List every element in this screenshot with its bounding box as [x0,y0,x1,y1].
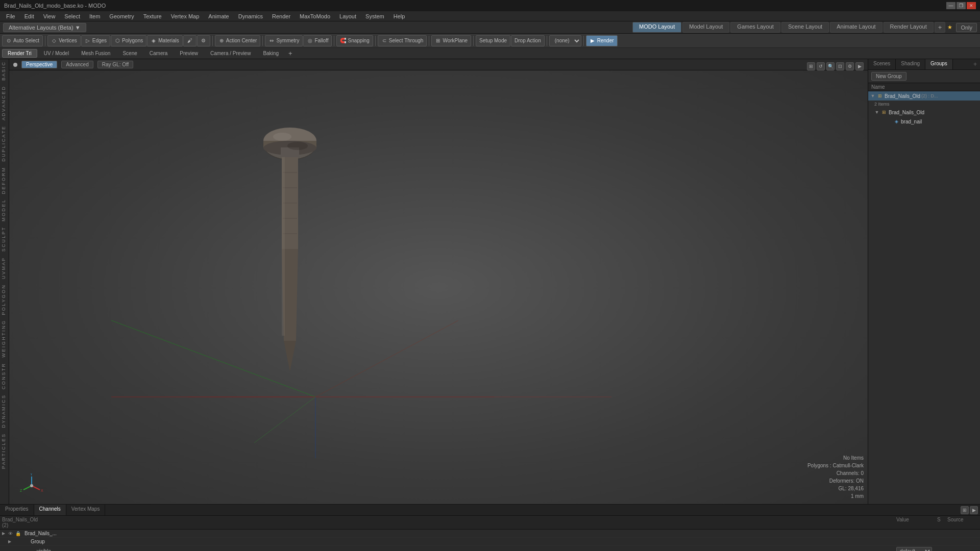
render-label: Render [597,38,614,43]
sidebar-label-advanced[interactable]: A D V A N C E D [0,84,9,123]
tab-groups[interactable]: Groups [925,59,953,69]
bp-tab-properties[interactable]: Properties [0,505,34,515]
bp-col-header: Brad_Nails_Old (2) Value S Source [0,516,980,530]
restore-button[interactable]: ❐ [957,2,966,9]
sidebar-label-polygon[interactable]: P O L Y G O N [0,282,9,318]
close-button[interactable]: ✕ [967,2,976,9]
bp-row-visible[interactable]: — — — visible default [0,546,980,551]
select-through-button[interactable]: ⊂ Select Through [378,35,427,46]
menu-item-item[interactable]: Item [85,12,104,20]
tree-item-mesh[interactable]: ◈ brad_nail [868,117,980,126]
tab-games-layout[interactable]: Games Layout [730,22,780,33]
vp-maximize-button[interactable]: ⊞ [807,62,815,70]
advanced-button[interactable]: Advanced [61,61,93,68]
tab-scenes[interactable]: Scenes [868,59,896,69]
vp-settings-button[interactable]: ⚙ [846,62,854,70]
render-button[interactable]: ▶ Render [586,35,618,46]
vertices-button[interactable]: ◇ Vertices [47,35,81,46]
paint2-button[interactable]: ⚙ [197,35,210,46]
sidebar-label-basic[interactable]: B A S I C [0,59,9,84]
bp-row-1[interactable]: ▶ 👁 🔒 Brad_Nails_... [0,530,980,538]
sidebar-label-uvmap[interactable]: U V M A P [0,255,9,282]
bp-tab-vertexmaps[interactable]: Vertex Maps [66,505,106,515]
tree-item-root[interactable]: ▼ ⊞ Brad_Nails_Old (2) : D... [868,91,980,101]
bp-tab-channels[interactable]: Channels [34,505,66,515]
menu-item-dynamics[interactable]: Dynamics [234,12,267,20]
menu-item-maxtomodo[interactable]: MaxToModo [296,12,334,20]
tab-modo-layout[interactable]: MODO Layout [632,22,681,33]
menu-item-edit[interactable]: Edit [20,12,38,20]
materials-button[interactable]: ◈ Materials [147,35,183,46]
sidebar-label-constraints[interactable]: C O N S T R [0,361,9,392]
sidebar-label-dynamics[interactable]: D Y N A M I C S [0,392,9,431]
menu-item-render[interactable]: Render [268,12,295,20]
menu-item-select[interactable]: Select [60,12,84,20]
vp-more-button[interactable]: ▶ [855,62,864,70]
viewport-canvas[interactable]: No Items Polygons : Catmull-Clark Channe… [9,70,868,504]
symmetry-button[interactable]: ⇔ Symmetry [265,35,303,46]
viewport[interactable]: Perspective Advanced Ray GL: Off ⊞ ↺ 🔍 ⊡… [9,59,868,504]
edges-icon: ▷ [85,38,91,44]
menu-item-geometry[interactable]: Geometry [105,12,138,20]
vp-zoom-button[interactable]: 🔍 [826,62,835,70]
menu-item-system[interactable]: System [361,12,388,20]
subtab-mesh-fusion[interactable]: Mesh Fusion [76,49,116,58]
add-subtab-button[interactable]: + [285,48,296,58]
add-layout-button[interactable]: + [935,22,946,33]
subtab-preview[interactable]: Preview [174,49,204,58]
subtab-camera-preview[interactable]: Camera / Preview [205,49,256,58]
tab-shading[interactable]: Shading [896,59,925,69]
toolbar-dropdown[interactable]: (none) [549,35,581,46]
vp-refresh-button[interactable]: ↺ [817,62,825,70]
subtab-scene[interactable]: Scene [117,49,142,58]
polygons-button[interactable]: ⬡ Polygons [111,35,146,46]
falloff-button[interactable]: ◎ Falloff [303,35,332,46]
ray-gl-button[interactable]: Ray GL: Off [97,61,134,68]
only-button[interactable]: Only [956,23,977,32]
tree-label-root: Brad_Nails_Old [885,93,920,99]
menu-item-layout[interactable]: Layout [335,12,360,20]
sidebar-label-particles[interactable]: P A R T I C L E S [0,431,9,472]
sidebar-label-model[interactable]: M O D E L [0,197,9,224]
tree-group-icon: ⊞ [880,109,888,116]
paint-mode-button[interactable]: 🖌 [183,35,197,46]
tab-animate-layout[interactable]: Animate Layout [830,22,882,33]
subtab-camera[interactable]: Camera [144,49,174,58]
new-group-button[interactable]: New Group [871,72,906,81]
drop-action-button[interactable]: Drop Action [511,35,545,46]
perspective-button[interactable]: Perspective [21,61,57,68]
menu-item-animate[interactable]: Animate [204,12,233,20]
tree-item-group[interactable]: ▼ ⊞ Brad_Nails_Old [868,108,980,117]
bp-visible-dropdown[interactable]: default [896,547,932,551]
subtab-uv-model[interactable]: UV / Model [38,49,75,58]
menu-item-vertex map[interactable]: Vertex Map [167,12,204,20]
add-rightpanel-tab[interactable]: + [970,59,980,69]
menu-item-texture[interactable]: Texture [139,12,166,20]
toolbar-sep-3 [262,36,263,46]
menu-item-help[interactable]: Help [389,12,409,20]
menu-item-view[interactable]: View [39,12,60,20]
bp-more-button[interactable]: ▶ [970,506,978,514]
edges-button[interactable]: ▷ Edges [81,35,110,46]
workplane-button[interactable]: ⊞ WorkPlane [431,35,471,46]
tab-scene-layout[interactable]: Scene Layout [781,22,829,33]
sidebar-label-weighting[interactable]: W E I G H T I N G [0,318,9,361]
snapping-button[interactable]: 🧲 Snapping [336,35,373,46]
subtab-baking[interactable]: Baking [257,49,284,58]
minimize-button[interactable]: — [946,2,955,9]
setup-mode-button[interactable]: Setup Mode [476,35,510,46]
tab-render-layout[interactable]: Render Layout [884,22,934,33]
subtab-render-tri[interactable]: Render Tri [2,49,37,58]
bp-row-2[interactable]: ▶ Group [0,538,980,546]
tab-model-layout[interactable]: Model Layout [682,22,729,33]
sidebar-label-sculpt[interactable]: S C U L P T [0,224,9,255]
layouts-dropdown-button[interactable]: Alternative Layouts (Beta) ▼ [3,23,86,32]
menu-item-file[interactable]: File [2,12,19,20]
auto-select-button[interactable]: ⊙ Auto Select [2,35,43,46]
vp-fit-button[interactable]: ⊡ [836,62,844,70]
bp-row3-value[interactable]: default [896,547,937,551]
sidebar-label-duplicate[interactable]: D U P L I C A T E [0,123,9,165]
bp-expand-button[interactable]: ⊞ [961,506,969,514]
action-center-button[interactable]: ⊕ Action Center [215,35,261,46]
sidebar-label-deform[interactable]: D E F O R M [0,165,9,197]
